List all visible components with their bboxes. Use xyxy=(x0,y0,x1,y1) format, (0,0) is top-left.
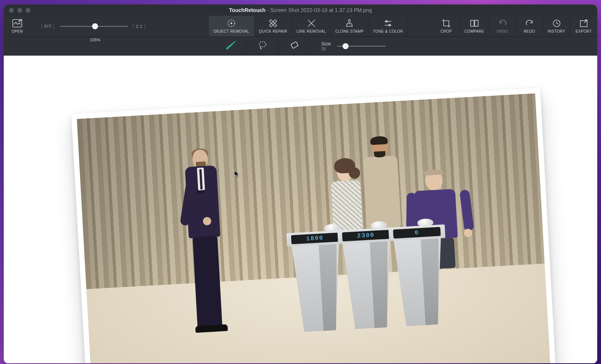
tone-color-button[interactable]: TONE & COLOR xyxy=(368,16,408,36)
brush-tool-button[interactable] xyxy=(215,37,247,55)
size-value: 25 xyxy=(321,47,331,51)
quick-repair-icon xyxy=(268,18,278,28)
zoom-controls: FIT 105% 1:1 xyxy=(31,16,156,36)
svg-point-20 xyxy=(259,42,266,47)
object-removal-button[interactable]: OBJECT REMOVAL xyxy=(209,16,254,36)
image-person-host xyxy=(173,148,232,331)
zoom-1to1-button[interactable]: 1:1 xyxy=(133,24,146,29)
zoom-slider[interactable]: 105% xyxy=(60,22,128,31)
undo-label: UNDO xyxy=(497,29,508,33)
window-title: TouchRetouch - Screen Shot 2022-03-10 at… xyxy=(4,7,597,13)
size-slider-thumb[interactable] xyxy=(343,43,349,49)
svg-rect-0 xyxy=(13,20,22,27)
line-removal-icon xyxy=(307,18,316,28)
history-icon xyxy=(552,18,562,28)
titlebar: TouchRetouch - Screen Shot 2022-03-10 at… xyxy=(4,5,597,16)
crop-button[interactable]: CROP xyxy=(433,16,460,36)
open-icon xyxy=(12,18,22,28)
size-label: Size xyxy=(321,41,331,47)
redo-label: REDO xyxy=(524,29,535,33)
clone-stamp-icon xyxy=(344,18,354,28)
window-controls xyxy=(9,8,30,13)
svg-rect-21 xyxy=(291,41,298,48)
undo-button[interactable]: UNDO xyxy=(489,16,516,36)
lasso-icon xyxy=(257,40,268,53)
export-button[interactable]: EXPORT xyxy=(570,16,597,36)
svg-point-1 xyxy=(19,20,20,21)
compare-label: COMPARE xyxy=(464,29,484,33)
cursor-icon xyxy=(234,170,240,178)
history-label: HISTORY xyxy=(548,29,565,33)
file-name: Screen Shot 2022-03-10 at 1.37.13 PM.png xyxy=(270,7,372,13)
svg-rect-16 xyxy=(475,20,478,26)
title-separator: - xyxy=(266,7,270,13)
crop-label: CROP xyxy=(441,29,452,33)
crop-icon xyxy=(441,18,451,28)
lasso-tool-button[interactable] xyxy=(247,37,278,55)
eraser-tool-button[interactable] xyxy=(278,37,310,55)
zoom-fit-button[interactable]: FIT xyxy=(41,24,55,29)
size-slider[interactable] xyxy=(337,42,386,51)
line-removal-button[interactable]: LINE REMOVAL xyxy=(292,16,331,36)
svg-rect-7 xyxy=(269,20,277,27)
export-icon xyxy=(579,18,589,28)
size-control: Size 25 xyxy=(310,41,385,51)
close-window-button[interactable] xyxy=(9,8,14,13)
clone-stamp-button[interactable]: CLONE STAMP xyxy=(331,16,368,36)
minimize-window-button[interactable] xyxy=(17,8,22,13)
image-person-contestant-2 xyxy=(356,137,406,229)
svg-rect-15 xyxy=(471,20,474,26)
svg-rect-6 xyxy=(269,20,277,27)
redo-icon xyxy=(525,18,535,28)
tone-color-icon xyxy=(383,18,393,28)
zoom-slider-thumb[interactable] xyxy=(92,23,98,29)
clone-stamp-label: CLONE STAMP xyxy=(335,29,364,33)
redo-button[interactable]: REDO xyxy=(516,16,543,36)
svg-rect-18 xyxy=(580,21,587,27)
history-button[interactable]: HISTORY xyxy=(543,16,570,36)
svg-point-5 xyxy=(231,22,233,24)
svg-rect-10 xyxy=(349,20,350,23)
image-frame: 1800 2300 0 xyxy=(71,88,556,363)
podium-2-score: 2300 xyxy=(342,230,390,242)
canvas-area[interactable]: 1800 2300 0 xyxy=(4,56,597,363)
eraser-icon xyxy=(288,40,300,53)
main-toolbar: OPEN FIT 105% 1:1 OBJECT REMOVAL QUICK R… xyxy=(4,16,597,37)
compare-icon xyxy=(470,18,479,28)
app-name: TouchRetouch xyxy=(229,7,266,13)
brush-icon xyxy=(225,40,237,53)
open-label: OPEN xyxy=(12,29,23,33)
line-removal-label: LINE REMOVAL xyxy=(297,29,326,33)
undo-icon xyxy=(498,18,507,28)
maximize-window-button[interactable] xyxy=(26,8,30,13)
image-podium-3: 0 xyxy=(388,224,450,327)
edited-image[interactable]: 1800 2300 0 xyxy=(77,93,551,363)
export-label: EXPORT xyxy=(575,29,592,33)
zoom-percent-label: 105% xyxy=(90,38,100,42)
object-removal-icon xyxy=(227,18,236,28)
quick-repair-label: QUICK REPAIR xyxy=(259,29,287,33)
app-window: TouchRetouch - Screen Shot 2022-03-10 at… xyxy=(4,5,597,363)
quick-repair-button[interactable]: QUICK REPAIR xyxy=(254,16,292,36)
podium-3-score: 0 xyxy=(393,227,441,239)
tone-color-label: TONE & COLOR xyxy=(373,29,403,33)
object-removal-label: OBJECT REMOVAL xyxy=(213,29,249,33)
open-button[interactable]: OPEN xyxy=(4,16,31,36)
compare-button[interactable]: COMPARE xyxy=(460,16,489,36)
podium-1-score: 1800 xyxy=(291,233,339,244)
